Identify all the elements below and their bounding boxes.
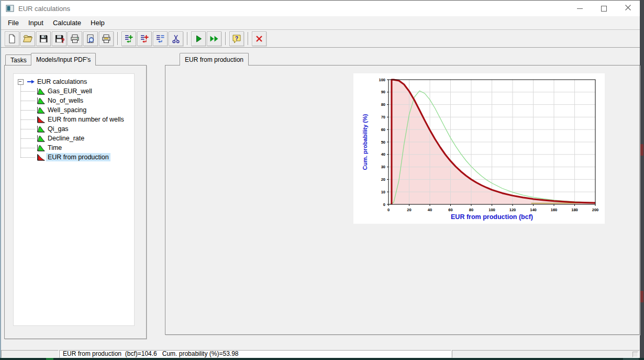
svg-text:EUR from production (bcf): EUR from production (bcf) (451, 213, 533, 221)
tree-item-label[interactable]: Time (46, 144, 63, 152)
close-button[interactable] (616, 1, 640, 16)
root-arrow-icon (27, 78, 35, 85)
menu-help[interactable]: Help (86, 19, 109, 27)
minimize-button[interactable] (568, 1, 592, 16)
tree-item-label[interactable]: Gas_EUR_well (46, 87, 94, 95)
save-button[interactable] (36, 31, 51, 46)
new-document-icon (7, 34, 17, 44)
desktop-edge-left (0, 0, 1, 358)
tree-item-gas-eur-well[interactable]: Gas_EUR_well (14, 86, 134, 96)
save-as-button[interactable]: ? (52, 31, 66, 46)
exit-button[interactable] (252, 31, 267, 46)
print-icon (70, 34, 80, 44)
tree-item-eur-from-production[interactable]: EUR from production (14, 152, 134, 162)
tree-item-decline-rate[interactable]: Decline_rate (14, 134, 134, 143)
toolbar-separator (248, 32, 249, 45)
resize-grip[interactable] (632, 352, 638, 357)
print-setup-icon (101, 34, 112, 44)
print-preview-button[interactable] (83, 31, 98, 46)
svg-text:90: 90 (381, 90, 385, 94)
svg-text:60: 60 (448, 208, 452, 212)
probability-chart-svg[interactable]: 0102030405060708090100020406080100120140… (353, 73, 605, 224)
tab-eur-from-production[interactable]: EUR from production (180, 53, 249, 66)
run-all-button[interactable] (207, 31, 221, 46)
tree-root[interactable]: EUR calculations (14, 77, 134, 86)
toolbar-separator (117, 32, 118, 45)
tree-item-label[interactable]: Decline_rate (46, 134, 86, 143)
maximize-button[interactable] (592, 1, 616, 16)
update-row-button[interactable] (153, 31, 168, 46)
svg-text:40: 40 (428, 208, 432, 212)
close-icon (625, 5, 631, 12)
model-tree-box: EUR calculationsGas_EUR_wellNo_of_wellsW… (13, 73, 135, 326)
tree-item-time[interactable]: Time (14, 143, 134, 152)
svg-text:100: 100 (488, 208, 495, 212)
menu-input[interactable]: Input (24, 19, 48, 27)
delete-row-icon (139, 34, 150, 44)
run-button[interactable] (191, 31, 206, 46)
tab-eur-label: EUR from production (185, 56, 243, 63)
tab-tasks[interactable]: Tasks (5, 54, 32, 66)
print-preview-icon (85, 34, 96, 44)
print-setup-button[interactable] (99, 31, 114, 46)
tree-item-label[interactable]: No_of_wells (46, 96, 85, 105)
save-icon (38, 34, 49, 44)
green-distribution-icon (37, 144, 45, 151)
svg-text:120: 120 (509, 208, 516, 212)
svg-text:50: 50 (381, 140, 385, 145)
tab-models-input-pdfs[interactable]: Models/Input PDF's (31, 53, 96, 66)
svg-text:10: 10 (381, 190, 385, 194)
tab-models-label: Models/Input PDF's (36, 56, 91, 63)
svg-text:Cum. probability (%): Cum. probability (%) (362, 114, 368, 170)
eur-calculations-window: EUR calculations File Input Calculate He… (0, 0, 644, 360)
update-row-icon (155, 34, 165, 44)
run-icon (193, 34, 204, 44)
print-button[interactable] (68, 31, 82, 46)
svg-text:40: 40 (381, 152, 385, 157)
menu-calculate[interactable]: Calculate (48, 19, 86, 27)
save-as-icon: ? (54, 34, 64, 44)
delete-row-button[interactable] (137, 31, 152, 46)
green-distribution-icon (37, 135, 45, 142)
toolbar-separator (225, 32, 226, 45)
tree-item-well-spacing[interactable]: Well_spacing (14, 105, 134, 115)
title-bar: EUR calculations (1, 0, 640, 16)
toolbar-separator (187, 32, 188, 45)
desktop-edge-right (640, 0, 644, 358)
svg-text:30: 30 (381, 165, 385, 169)
tree-item-label[interactable]: Well_spacing (46, 106, 88, 114)
exit-icon (254, 34, 264, 44)
help-icon: ? (231, 34, 242, 44)
green-distribution-icon (37, 125, 45, 133)
menu-bar: File Input Calculate Help (1, 16, 642, 29)
svg-text:60: 60 (381, 127, 385, 132)
tree-root-label[interactable]: EUR calculations (36, 78, 88, 86)
new-document-button[interactable] (5, 31, 19, 46)
app-icon (6, 4, 14, 13)
tree-item-label[interactable]: Qi_gas (46, 125, 70, 133)
probability-chart[interactable]: 0102030405060708090100020406080100120140… (353, 73, 605, 224)
tree-item-qi-gas[interactable]: Qi_gas (14, 124, 134, 134)
status-segment-right (452, 350, 640, 358)
svg-text:80: 80 (381, 102, 385, 107)
open-folder-button[interactable] (20, 31, 35, 46)
tree-item-no-of-wells[interactable]: No_of_wells (14, 96, 134, 105)
tree-item-label[interactable]: EUR from production (46, 153, 110, 161)
tree-item-label[interactable]: EUR from number of wells (46, 115, 126, 124)
svg-text:180: 180 (571, 208, 578, 212)
red-distribution-icon (37, 154, 45, 161)
status-readout: EUR from production (bcf)=104.6 Cum. pro… (59, 350, 451, 358)
cut-button[interactable] (169, 31, 183, 46)
add-row-button[interactable] (121, 31, 136, 46)
svg-text:200: 200 (592, 208, 599, 212)
minimize-icon (577, 8, 583, 9)
help-button[interactable]: ? (229, 31, 244, 46)
tree-item-eur-from-number-of-wells[interactable]: EUR from number of wells (14, 115, 134, 124)
svg-text:140: 140 (530, 208, 537, 212)
menu-file[interactable]: File (3, 19, 24, 27)
svg-text:20: 20 (407, 208, 411, 212)
tree-collapse-toggle[interactable] (18, 79, 24, 85)
tab-tasks-label: Tasks (10, 57, 27, 64)
svg-text:70: 70 (381, 115, 385, 119)
open-folder-icon (23, 34, 33, 44)
